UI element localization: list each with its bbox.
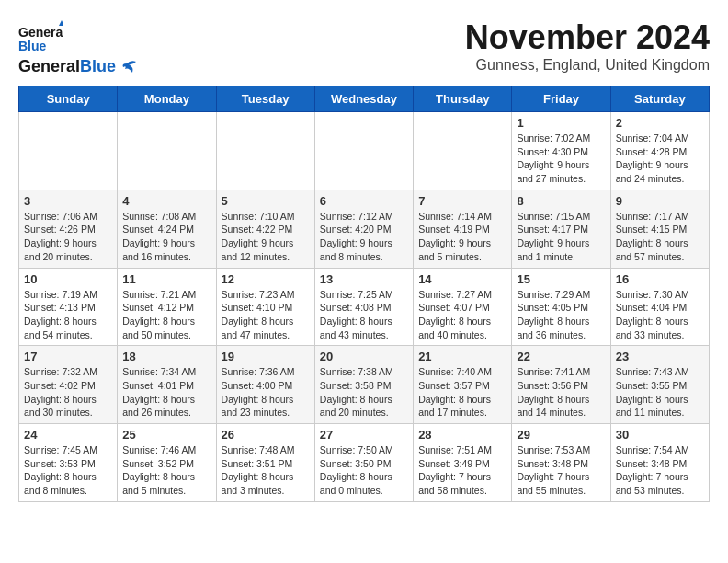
calendar-cell xyxy=(216,112,314,190)
calendar-cell: 28Sunrise: 7:51 AM Sunset: 3:49 PM Dayli… xyxy=(414,424,512,502)
calendar-cell: 2Sunrise: 7:04 AM Sunset: 4:28 PM Daylig… xyxy=(610,112,709,190)
day-number: 2 xyxy=(616,116,704,130)
week-row-5: 24Sunrise: 7:45 AM Sunset: 3:53 PM Dayli… xyxy=(19,424,710,502)
day-info: Sunrise: 7:02 AM Sunset: 4:30 PM Dayligh… xyxy=(517,132,605,186)
calendar-cell: 4Sunrise: 7:08 AM Sunset: 4:24 PM Daylig… xyxy=(118,190,216,268)
day-number: 10 xyxy=(24,272,112,286)
day-number: 11 xyxy=(122,272,210,286)
calendar-cell: 16Sunrise: 7:30 AM Sunset: 4:04 PM Dayli… xyxy=(610,268,709,346)
day-info: Sunrise: 7:04 AM Sunset: 4:28 PM Dayligh… xyxy=(616,132,704,186)
day-number: 5 xyxy=(222,194,310,208)
week-row-1: 1Sunrise: 7:02 AM Sunset: 4:30 PM Daylig… xyxy=(19,112,710,190)
logo-bird-icon xyxy=(118,60,136,75)
calendar-cell: 19Sunrise: 7:36 AM Sunset: 4:00 PM Dayli… xyxy=(216,346,314,424)
day-number: 27 xyxy=(320,428,408,442)
day-header-monday: Monday xyxy=(118,86,216,112)
day-info: Sunrise: 7:41 AM Sunset: 3:56 PM Dayligh… xyxy=(517,365,605,419)
week-row-2: 3Sunrise: 7:06 AM Sunset: 4:26 PM Daylig… xyxy=(19,190,710,268)
header: General Blue General Blue November 2024 … xyxy=(18,18,710,76)
day-header-sunday: Sunday xyxy=(19,86,118,112)
calendar-cell xyxy=(414,112,512,190)
day-info: Sunrise: 7:43 AM Sunset: 3:55 PM Dayligh… xyxy=(616,365,704,419)
calendar-cell: 5Sunrise: 7:10 AM Sunset: 4:22 PM Daylig… xyxy=(216,190,314,268)
calendar-cell xyxy=(118,112,216,190)
day-info: Sunrise: 7:32 AM Sunset: 4:02 PM Dayligh… xyxy=(24,365,112,419)
svg-text:Blue: Blue xyxy=(18,39,47,53)
day-info: Sunrise: 7:27 AM Sunset: 4:07 PM Dayligh… xyxy=(418,288,506,342)
day-info: Sunrise: 7:50 AM Sunset: 3:50 PM Dayligh… xyxy=(320,443,408,498)
day-info: Sunrise: 7:29 AM Sunset: 4:05 PM Dayligh… xyxy=(517,288,605,342)
day-info: Sunrise: 7:34 AM Sunset: 4:01 PM Dayligh… xyxy=(122,365,210,419)
day-info: Sunrise: 7:06 AM Sunset: 4:26 PM Dayligh… xyxy=(24,210,112,264)
day-number: 26 xyxy=(222,428,310,442)
calendar-cell: 26Sunrise: 7:48 AM Sunset: 3:51 PM Dayli… xyxy=(216,424,314,502)
day-info: Sunrise: 7:54 AM Sunset: 3:48 PM Dayligh… xyxy=(616,443,704,498)
day-info: Sunrise: 7:45 AM Sunset: 3:53 PM Dayligh… xyxy=(24,443,112,498)
day-info: Sunrise: 7:53 AM Sunset: 3:48 PM Dayligh… xyxy=(517,443,605,498)
calendar-cell: 20Sunrise: 7:38 AM Sunset: 3:58 PM Dayli… xyxy=(314,346,413,424)
calendar-cell: 12Sunrise: 7:23 AM Sunset: 4:10 PM Dayli… xyxy=(216,268,314,346)
day-number: 4 xyxy=(122,194,210,208)
calendar-cell: 17Sunrise: 7:32 AM Sunset: 4:02 PM Dayli… xyxy=(19,346,118,424)
day-number: 18 xyxy=(122,350,210,363)
logo-icon: General Blue xyxy=(18,18,63,57)
day-info: Sunrise: 7:38 AM Sunset: 3:58 PM Dayligh… xyxy=(320,365,408,419)
calendar-cell: 1Sunrise: 7:02 AM Sunset: 4:30 PM Daylig… xyxy=(512,112,610,190)
day-number: 1 xyxy=(517,116,605,130)
day-info: Sunrise: 7:21 AM Sunset: 4:12 PM Dayligh… xyxy=(122,288,210,342)
calendar-cell: 25Sunrise: 7:46 AM Sunset: 3:52 PM Dayli… xyxy=(118,424,216,502)
calendar-cell xyxy=(19,112,118,190)
day-number: 15 xyxy=(517,272,605,286)
day-number: 17 xyxy=(24,350,112,363)
day-info: Sunrise: 7:48 AM Sunset: 3:51 PM Dayligh… xyxy=(222,443,310,498)
day-number: 22 xyxy=(517,350,605,363)
day-header-wednesday: Wednesday xyxy=(314,86,413,112)
day-number: 12 xyxy=(222,272,310,286)
header-row: SundayMondayTuesdayWednesdayThursdayFrid… xyxy=(19,86,710,112)
calendar-cell xyxy=(314,112,413,190)
day-number: 8 xyxy=(517,194,605,208)
week-row-3: 10Sunrise: 7:19 AM Sunset: 4:13 PM Dayli… xyxy=(19,268,710,346)
logo-blue: Blue xyxy=(80,57,116,76)
calendar-cell: 9Sunrise: 7:17 AM Sunset: 4:15 PM Daylig… xyxy=(610,190,709,268)
calendar-cell: 18Sunrise: 7:34 AM Sunset: 4:01 PM Dayli… xyxy=(118,346,216,424)
calendar-cell: 14Sunrise: 7:27 AM Sunset: 4:07 PM Dayli… xyxy=(414,268,512,346)
day-info: Sunrise: 7:10 AM Sunset: 4:22 PM Dayligh… xyxy=(222,210,310,264)
day-info: Sunrise: 7:25 AM Sunset: 4:08 PM Dayligh… xyxy=(320,288,408,342)
calendar-cell: 23Sunrise: 7:43 AM Sunset: 3:55 PM Dayli… xyxy=(610,346,709,424)
day-info: Sunrise: 7:23 AM Sunset: 4:10 PM Dayligh… xyxy=(222,288,310,342)
day-number: 9 xyxy=(616,194,704,208)
calendar-cell: 29Sunrise: 7:53 AM Sunset: 3:48 PM Dayli… xyxy=(512,424,610,502)
day-info: Sunrise: 7:17 AM Sunset: 4:15 PM Dayligh… xyxy=(616,210,704,264)
calendar-cell: 24Sunrise: 7:45 AM Sunset: 3:53 PM Dayli… xyxy=(19,424,118,502)
day-info: Sunrise: 7:46 AM Sunset: 3:52 PM Dayligh… xyxy=(122,443,210,498)
day-number: 16 xyxy=(616,272,704,286)
day-number: 21 xyxy=(418,350,506,363)
calendar-cell: 22Sunrise: 7:41 AM Sunset: 3:56 PM Dayli… xyxy=(512,346,610,424)
day-number: 28 xyxy=(418,428,506,442)
day-number: 6 xyxy=(320,194,408,208)
day-number: 24 xyxy=(24,428,112,442)
calendar-cell: 27Sunrise: 7:50 AM Sunset: 3:50 PM Dayli… xyxy=(314,424,413,502)
day-number: 23 xyxy=(616,350,704,363)
month-title: November 2024 xyxy=(465,18,710,57)
day-info: Sunrise: 7:08 AM Sunset: 4:24 PM Dayligh… xyxy=(122,210,210,264)
calendar-cell: 6Sunrise: 7:12 AM Sunset: 4:20 PM Daylig… xyxy=(314,190,413,268)
calendar-cell: 8Sunrise: 7:15 AM Sunset: 4:17 PM Daylig… xyxy=(512,190,610,268)
day-info: Sunrise: 7:19 AM Sunset: 4:13 PM Dayligh… xyxy=(24,288,112,342)
day-number: 3 xyxy=(24,194,112,208)
day-number: 7 xyxy=(418,194,506,208)
title-section: November 2024 Gunness, England, United K… xyxy=(465,18,710,74)
svg-marker-2 xyxy=(59,20,63,26)
day-header-saturday: Saturday xyxy=(610,86,709,112)
day-number: 19 xyxy=(222,350,310,363)
day-number: 13 xyxy=(320,272,408,286)
day-info: Sunrise: 7:51 AM Sunset: 3:49 PM Dayligh… xyxy=(418,443,506,498)
week-row-4: 17Sunrise: 7:32 AM Sunset: 4:02 PM Dayli… xyxy=(19,346,710,424)
day-number: 29 xyxy=(517,428,605,442)
day-info: Sunrise: 7:12 AM Sunset: 4:20 PM Dayligh… xyxy=(320,210,408,264)
day-info: Sunrise: 7:15 AM Sunset: 4:17 PM Dayligh… xyxy=(517,210,605,264)
calendar-cell: 15Sunrise: 7:29 AM Sunset: 4:05 PM Dayli… xyxy=(512,268,610,346)
svg-text:General: General xyxy=(18,25,63,40)
calendar-cell: 21Sunrise: 7:40 AM Sunset: 3:57 PM Dayli… xyxy=(414,346,512,424)
